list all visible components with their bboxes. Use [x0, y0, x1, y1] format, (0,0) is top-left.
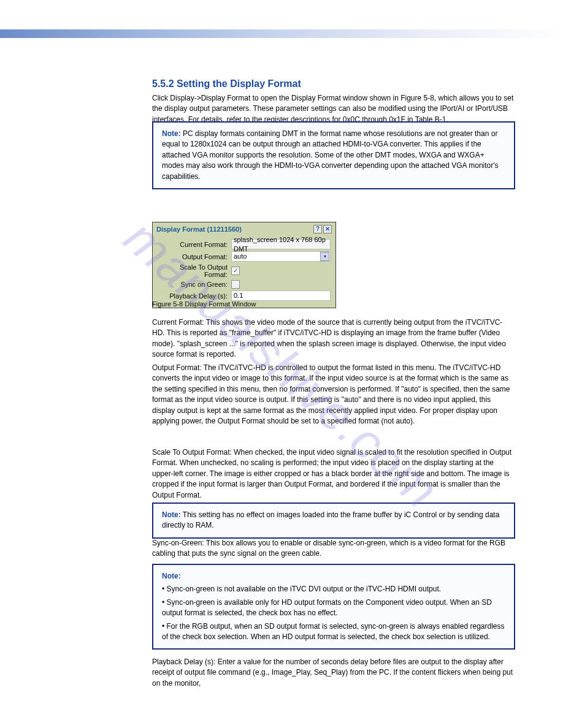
label-output-format: Output Format:	[158, 253, 231, 260]
note3-item-1: • Sync-on-green is not available on the …	[162, 584, 505, 594]
checkbox-sync-green[interactable]	[231, 280, 240, 289]
chevron-down-icon: ▾	[320, 252, 329, 261]
label-current-format: Current Format:	[158, 241, 231, 248]
note-box-1: Note: PC display formats containing DMT …	[152, 121, 515, 189]
top-gradient-bar	[0, 29, 563, 38]
note-box-2: Note: This setting has no effect on imag…	[152, 502, 515, 539]
row-sync-green: Sync on Green:	[158, 280, 331, 289]
row-scale: Scale To Output Format: ✓	[158, 264, 331, 278]
row-playback-delay: Playback Delay (s): 0.1	[158, 290, 331, 301]
note-label-2: Note:	[162, 510, 181, 519]
dropdown-output-format[interactable]: auto ▾	[231, 251, 331, 262]
paragraph-sync-green: Sync-on-Green: This box allows you to en…	[152, 538, 515, 559]
help-icon[interactable]: ?	[313, 225, 322, 233]
note-body-2: This setting has no effect on images loa…	[162, 510, 499, 529]
figure-caption: Figure 5-8 Display Format Window	[152, 300, 256, 308]
dialog-title-text: Display Format (11211560)	[156, 226, 312, 233]
dropdown-value: auto	[234, 252, 247, 261]
label-playback-delay: Playback Delay (s):	[158, 292, 231, 300]
label-scale: Scale To Output Format:	[158, 264, 231, 278]
paragraph-current-format: Current Format: This shows the video mod…	[152, 317, 515, 360]
row-current-format: Current Format: splash_screen 1024 x 768…	[158, 239, 331, 249]
field-current-format: splash_screen 1024 x 768 60p DMT	[231, 239, 331, 249]
note-box-3: Note: • Sync-on-green is not available o…	[152, 564, 515, 650]
note-label-3: Note:	[162, 572, 181, 580]
note-label: Note:	[162, 129, 181, 138]
note-body: PC display formats containing DMT in the…	[162, 129, 499, 181]
note3-item-2: • Sync-on-green is available only for HD…	[162, 597, 505, 619]
display-format-dialog: Display Format (11211560) ? ✕ Current Fo…	[152, 222, 336, 308]
paragraph-playback-delay: Playback Delay (s): Enter a value for th…	[152, 657, 515, 689]
input-playback-delay[interactable]: 0.1	[231, 290, 331, 301]
paragraph-output-format: Output Format: The iTVC/iTVC-HD is contr…	[152, 363, 515, 427]
row-output-format: Output Format: auto ▾	[158, 251, 331, 262]
close-icon[interactable]: ✕	[323, 225, 332, 233]
section-heading: 5.5.2 Setting the Display Format	[152, 78, 301, 89]
checkbox-scale[interactable]: ✓	[231, 267, 240, 275]
label-sync-green: Sync on Green:	[158, 281, 231, 288]
paragraph-intro: Click Display->Display Format to open th…	[152, 93, 515, 125]
dialog-titlebar: Display Format (11211560) ? ✕	[154, 224, 334, 235]
paragraph-scale: Scale To Output Format: When checked, th…	[152, 447, 515, 501]
note3-item-3: • For the RGB output, when an SD output …	[162, 621, 505, 643]
dialog-body: Current Format: splash_screen 1024 x 768…	[154, 235, 334, 306]
